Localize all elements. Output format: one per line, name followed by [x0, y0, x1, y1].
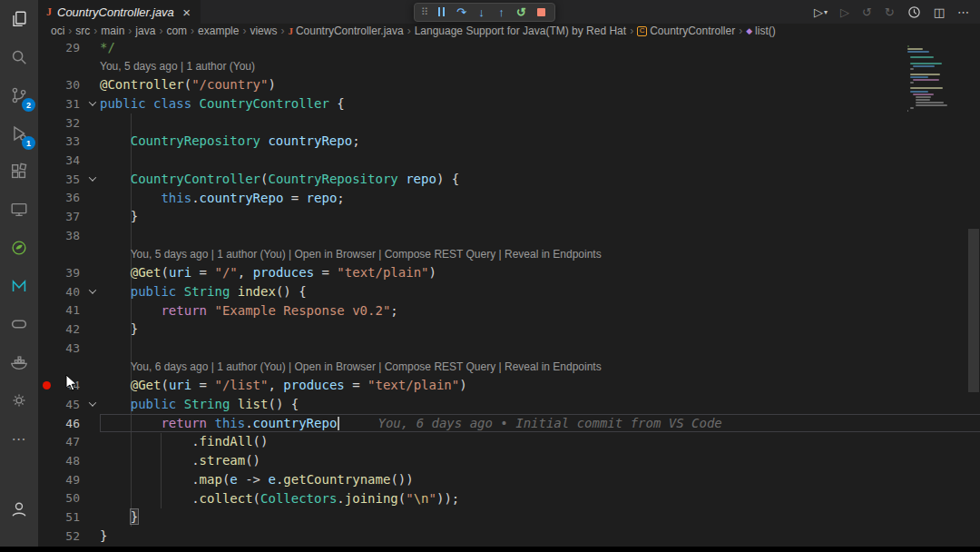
- activity-extensions[interactable]: [0, 153, 38, 191]
- breadcrumb-item[interactable]: CCountryController: [637, 25, 735, 37]
- navigate-back-icon[interactable]: ↺: [862, 5, 872, 19]
- activity-search[interactable]: [0, 38, 38, 76]
- code-text[interactable]: public String list() {: [100, 395, 299, 414]
- code-line[interactable]: 39 @Get(uri = "/", produces = "text/plai…: [38, 263, 967, 282]
- fold-chevron-icon[interactable]: [85, 395, 100, 414]
- gutter[interactable]: 30: [38, 75, 100, 94]
- code-line[interactable]: 31public class CountryController {: [38, 94, 967, 113]
- gutter[interactable]: 50: [38, 489, 100, 508]
- gutter[interactable]: [38, 245, 100, 264]
- gutter[interactable]: 41: [38, 301, 100, 320]
- breadcrumb-item[interactable]: ◆list(): [746, 25, 776, 37]
- step-over-button[interactable]: ↷: [455, 6, 468, 18]
- gutter[interactable]: 44: [38, 376, 100, 395]
- code-line[interactable]: 44 @Get(uri = "/list", produces = "text/…: [38, 376, 967, 395]
- navigate-forward-icon[interactable]: ↻: [885, 5, 895, 19]
- restart-button[interactable]: ↺: [514, 6, 528, 18]
- code-line[interactable]: 49 .map(e -> e.getCountryname()): [38, 470, 967, 489]
- code-line[interactable]: 42 }: [38, 320, 967, 339]
- activity-micronaut[interactable]: [0, 267, 38, 305]
- run-java-button[interactable]: ▷▾: [814, 5, 828, 19]
- code-line[interactable]: 35 CountryController(CountryRepository r…: [38, 170, 967, 189]
- code-line[interactable]: 34: [38, 151, 967, 170]
- breadcrumb-item[interactable]: example: [198, 25, 239, 37]
- code-text[interactable]: }: [100, 207, 138, 226]
- code-text[interactable]: }: [100, 527, 107, 546]
- code-area[interactable]: 29*/You, 5 days ago | 1 author (You)30@C…: [38, 38, 967, 552]
- gutter[interactable]: 32: [38, 113, 100, 133]
- activity-oci[interactable]: [0, 305, 38, 343]
- drag-handle[interactable]: ⠿: [421, 6, 428, 18]
- gutter[interactable]: 40: [38, 282, 100, 301]
- activity-remote-explorer[interactable]: [0, 191, 38, 229]
- breadcrumb-item[interactable]: JCountryController.java: [288, 25, 403, 37]
- scrollbar-thumb[interactable]: [968, 229, 979, 392]
- code-text[interactable]: }: [100, 508, 138, 527]
- code-text[interactable]: return this.countryRepo You, 6 days ago …: [100, 414, 722, 433]
- code-text[interactable]: .findAll(): [100, 432, 268, 451]
- tab-countrycontroller-java[interactable]: J CountryController.java ×: [38, 0, 201, 24]
- breadcrumb-item[interactable]: views: [250, 25, 277, 37]
- gutter[interactable]: 47: [38, 432, 100, 451]
- gutter[interactable]: 43: [38, 339, 100, 358]
- code-line[interactable]: 46 return this.countryRepo You, 6 days a…: [38, 414, 967, 433]
- code-text[interactable]: @Controller("/country"): [100, 75, 276, 94]
- gutter[interactable]: 45: [38, 395, 100, 414]
- code-line[interactable]: 30@Controller("/country"): [38, 75, 967, 94]
- code-text[interactable]: }: [100, 320, 138, 339]
- more-actions-button[interactable]: ⋯: [957, 5, 969, 19]
- code-text[interactable]: public class CountryController {: [100, 94, 345, 113]
- gutter[interactable]: 34: [38, 151, 100, 170]
- code-line[interactable]: 32: [38, 113, 967, 133]
- timeline-icon[interactable]: [907, 5, 921, 19]
- code-line[interactable]: 52}: [38, 527, 967, 546]
- gutter[interactable]: 48: [38, 451, 100, 470]
- fold-chevron-icon[interactable]: [85, 282, 100, 301]
- code-text[interactable]: this.countryRepo = repo;: [100, 189, 345, 208]
- gutter[interactable]: 37: [38, 207, 100, 226]
- code-line[interactable]: 33 CountryRepository countryRepo;: [38, 132, 967, 151]
- activity-source-control[interactable]: 2: [0, 76, 38, 114]
- activity-docker[interactable]: [0, 343, 38, 381]
- fold-chevron-icon[interactable]: [85, 170, 100, 189]
- split-editor-button[interactable]: ◫: [934, 5, 945, 19]
- step-into-button[interactable]: ↓: [475, 6, 488, 18]
- activity-run-debug[interactable]: 1: [0, 114, 38, 153]
- code-text[interactable]: CountryRepository countryRepo;: [100, 132, 360, 151]
- codelens-row[interactable]: You, 6 days ago | 1 author (You) | Open …: [38, 358, 967, 377]
- code-text[interactable]: .map(e -> e.getCountryname()): [100, 470, 414, 489]
- gutter[interactable]: 31: [38, 94, 100, 113]
- gutter[interactable]: 35: [38, 170, 100, 189]
- stop-button[interactable]: [537, 8, 545, 16]
- code-line[interactable]: 38: [38, 226, 967, 245]
- breadcrumb-item[interactable]: oci: [51, 25, 64, 37]
- gutter[interactable]: 38: [38, 226, 100, 245]
- editor-scrollbar[interactable]: [967, 38, 980, 552]
- gutter[interactable]: 49: [38, 470, 100, 489]
- breadcrumb-item[interactable]: com: [166, 25, 187, 37]
- activity-more[interactable]: ⋯: [0, 419, 38, 458]
- code-line[interactable]: 51 }: [38, 508, 967, 527]
- code-line[interactable]: 45 public String list() {: [38, 395, 967, 414]
- breadcrumb-item[interactable]: src: [75, 25, 90, 37]
- debug-java-button[interactable]: ▷: [840, 5, 849, 19]
- activity-tools[interactable]: [0, 381, 38, 419]
- gutter[interactable]: 39: [38, 263, 100, 282]
- tab-close-icon[interactable]: ×: [181, 5, 192, 19]
- code-line[interactable]: 48 .stream(): [38, 451, 967, 470]
- breadcrumb-item[interactable]: java: [135, 25, 155, 37]
- gutter[interactable]: 46: [38, 414, 100, 433]
- codelens-row[interactable]: You, 5 days ago | 1 author (You): [38, 57, 967, 76]
- code-line[interactable]: 29*/: [38, 38, 967, 57]
- gutter[interactable]: 36: [38, 189, 100, 208]
- code-line[interactable]: 41 return "Example Response v0.2";: [38, 301, 967, 320]
- code-line[interactable]: 43: [38, 339, 967, 358]
- code-line[interactable]: 37 }: [38, 207, 967, 226]
- codelens-text[interactable]: You, 6 days ago | 1 author (You) | Open …: [100, 360, 602, 373]
- gutter[interactable]: 42: [38, 320, 100, 339]
- code-text[interactable]: .collect(Collectors.joining("\n"));: [100, 489, 459, 508]
- code-line[interactable]: 40 public String index() {: [38, 282, 967, 301]
- breadcrumb-item[interactable]: main: [101, 25, 124, 37]
- code-text[interactable]: */: [100, 38, 115, 57]
- code-line[interactable]: 36 this.countryRepo = repo;: [38, 189, 967, 208]
